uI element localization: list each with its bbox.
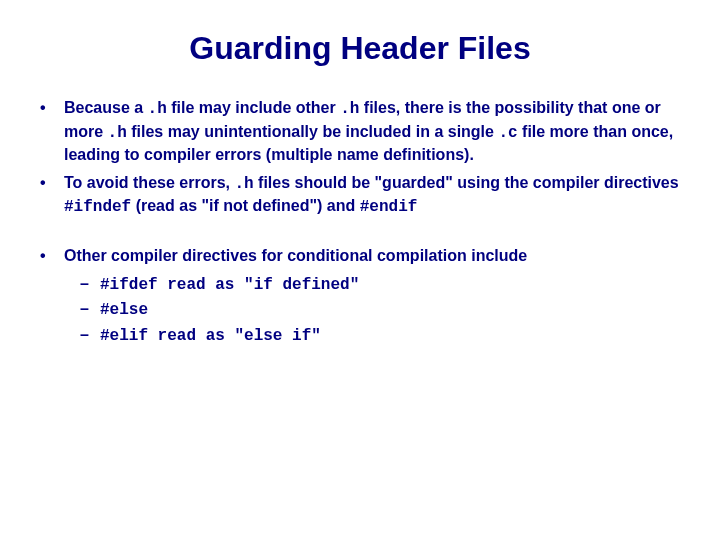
sub-mark: –	[80, 324, 100, 348]
code-frag: .h	[148, 100, 167, 118]
text-frag: Because a	[64, 99, 148, 116]
bullet-2: • To avoid these errors, .h files should…	[40, 172, 680, 219]
sub-mark: –	[80, 298, 100, 322]
bullet-list: • Because a .h file may include other .h…	[40, 97, 680, 347]
bullet-3: • Other compiler directives for conditio…	[40, 245, 680, 267]
code-frag: #ifndef	[64, 198, 131, 216]
bullet-text: Other compiler directives for conditiona…	[64, 245, 680, 267]
bullet-text: To avoid these errors, .h files should b…	[64, 172, 680, 219]
text-frag: (read as "if not defined") and	[131, 197, 360, 214]
bullet-mark: •	[40, 172, 64, 219]
bullet-mark: •	[40, 245, 64, 267]
code-frag: .h	[234, 175, 253, 193]
code-frag: #endif	[360, 198, 418, 216]
code-frag: #ifdef	[100, 276, 158, 294]
code-frag: .c	[498, 124, 517, 142]
text-frag: read as "else if"	[148, 327, 321, 345]
sub-mark: –	[80, 273, 100, 297]
sub-text: #else	[100, 298, 680, 322]
sub-text: #ifdef read as "if defined"	[100, 273, 680, 297]
sub-text: #elif read as "else if"	[100, 324, 680, 348]
code-frag: .h	[340, 100, 359, 118]
bullet-text: Because a .h file may include other .h f…	[64, 97, 680, 166]
bullet-1: • Because a .h file may include other .h…	[40, 97, 680, 166]
spacing	[40, 225, 680, 245]
text-frag: To avoid these errors,	[64, 174, 234, 191]
slide-title: Guarding Header Files	[40, 30, 680, 67]
code-frag: #elif	[100, 327, 148, 345]
sub-bullet-3: – #elif read as "else if"	[80, 324, 680, 348]
sub-bullet-2: – #else	[80, 298, 680, 322]
text-frag: file may include other	[167, 99, 340, 116]
text-frag: read as "if defined"	[158, 276, 360, 294]
sub-bullet-1: – #ifdef read as "if defined"	[80, 273, 680, 297]
text-frag: files may unintentionally be included in…	[127, 123, 499, 140]
code-frag: #else	[100, 301, 148, 319]
text-frag: files should be "guarded" using the comp…	[254, 174, 679, 191]
bullet-mark: •	[40, 97, 64, 166]
code-frag: .h	[108, 124, 127, 142]
slide: Guarding Header Files • Because a .h fil…	[0, 0, 720, 369]
